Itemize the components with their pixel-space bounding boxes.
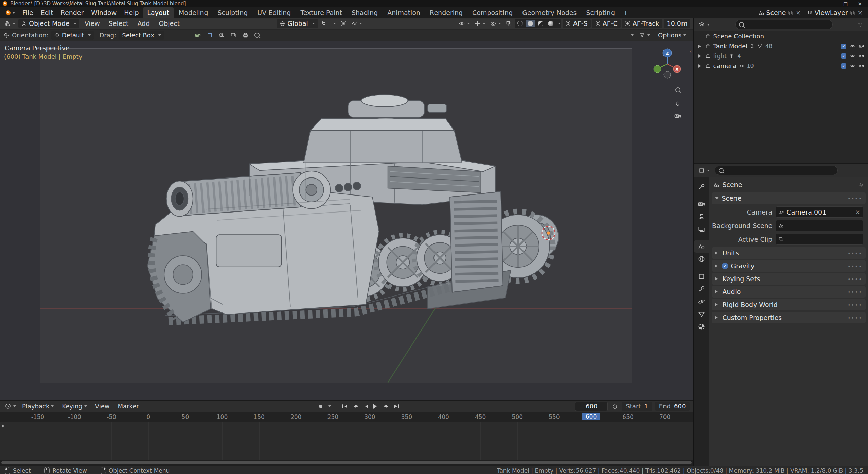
ruler-tick[interactable]: 0 — [146, 413, 150, 420]
properties-tab-view-layer[interactable] — [694, 223, 709, 235]
workspace-tab-shading[interactable]: Shading — [347, 7, 383, 18]
menu-keying[interactable]: Keying — [58, 403, 90, 410]
menu-file[interactable]: File — [19, 7, 37, 18]
view-layer-selector[interactable]: ViewLayer — [815, 9, 848, 16]
panel-grip[interactable]: ∙∙∙∙ — [848, 263, 862, 269]
3d-viewport[interactable]: Camera Perspective (600) Tank Model | Em… — [0, 41, 693, 401]
properties-tab-material[interactable] — [694, 320, 709, 333]
stereoscopy-toggle[interactable] — [229, 31, 238, 40]
ruler-tick[interactable]: -100 — [68, 413, 81, 420]
menu-window[interactable]: Window — [87, 7, 120, 18]
af-s-button[interactable]: AF-S — [563, 19, 591, 28]
next-keyframe-button[interactable] — [382, 402, 392, 410]
previous-frame-button[interactable] — [361, 402, 371, 410]
outliner-search-input[interactable] — [747, 20, 829, 29]
viewport-pan-button[interactable] — [673, 99, 682, 107]
proportional-editing-toggle[interactable] — [339, 19, 348, 28]
timeline-scrollbar[interactable] — [0, 460, 693, 466]
playhead[interactable] — [591, 421, 591, 460]
menu-render[interactable]: Render — [57, 7, 88, 18]
tool-settings-dropdown[interactable] — [627, 31, 635, 40]
outliner-row-tank-model[interactable]: Tank Model 48 ✓ — [694, 41, 868, 51]
properties-tab-physics[interactable] — [694, 295, 709, 308]
properties-tab-scene[interactable] — [694, 240, 709, 253]
eye-icon[interactable] — [850, 63, 855, 68]
menu-timeline-view[interactable]: View — [91, 403, 113, 410]
minimize-button[interactable]: — — [828, 1, 833, 6]
mode-dropdown[interactable]: Object Mode — [18, 19, 79, 28]
panel-header-rigid-body-world[interactable]: Rigid Body World ∙∙∙∙ — [712, 299, 866, 310]
unlink-scene-button[interactable]: × — [795, 9, 801, 16]
show-gizmo-toggle[interactable] — [473, 19, 487, 28]
scrollbar-thumb[interactable] — [1, 461, 692, 464]
clear-camera-button[interactable]: × — [855, 209, 860, 216]
outliner-editor-type-button[interactable] — [697, 20, 711, 29]
viewport-zoom-button[interactable] — [673, 86, 682, 95]
orientation-dropdown[interactable]: Default — [51, 31, 94, 40]
ruler-tick[interactable]: 450 — [475, 413, 486, 420]
camera-visibility-icon[interactable] — [859, 44, 864, 49]
timeline-body[interactable]: -150-100-5005010015020025030035040045050… — [0, 412, 693, 460]
ruler-tick[interactable]: 250 — [327, 413, 338, 420]
properties-tab-output[interactable] — [694, 210, 709, 223]
xray-toggle[interactable] — [504, 19, 513, 28]
previous-keyframe-button[interactable] — [350, 402, 360, 410]
expand-icon[interactable] — [698, 64, 703, 68]
shading-rendered-button[interactable] — [546, 20, 556, 27]
eye-icon[interactable] — [850, 44, 855, 49]
outliner-filter-button[interactable] — [856, 20, 865, 29]
channel-expand-arrow[interactable] — [2, 424, 6, 428]
properties-tab-render[interactable] — [694, 198, 709, 210]
ruler-tick[interactable]: -150 — [31, 413, 45, 420]
maximize-button[interactable]: □ — [843, 1, 848, 6]
properties-search-box[interactable] — [715, 166, 838, 175]
use-preview-range-button[interactable] — [610, 402, 620, 410]
camera-visibility-icon[interactable] — [859, 53, 864, 58]
snap-toggle[interactable] — [319, 19, 329, 28]
ruler-tick[interactable]: 500 — [512, 413, 523, 420]
workspace-tab-compositing[interactable]: Compositing — [467, 7, 517, 18]
ruler-tick[interactable]: 100 — [217, 413, 228, 420]
sidebar-toggle-arrow[interactable]: ‹ — [689, 48, 692, 55]
active-clip-field[interactable] — [776, 234, 863, 245]
drag-dropdown[interactable]: Select Box — [119, 31, 164, 40]
move-tool-icon[interactable] — [3, 32, 9, 38]
properties-tab-object[interactable] — [694, 270, 709, 283]
pin-icon[interactable] — [858, 182, 864, 188]
af-track-button[interactable]: AF-Track — [622, 19, 662, 28]
transform-orientation-dropdown[interactable]: Global — [277, 19, 318, 28]
properties-tab-tool[interactable] — [694, 180, 709, 193]
panel-grip[interactable]: ∙∙∙∙ — [848, 302, 862, 307]
camera-visibility-icon[interactable] — [859, 63, 864, 68]
panel-grip[interactable]: ∙∙∙∙ — [848, 289, 862, 294]
properties-editor-type-button[interactable] — [697, 166, 711, 175]
composition-guides-toggle[interactable] — [205, 31, 214, 40]
properties-tab-world[interactable] — [694, 253, 709, 265]
menu-add[interactable]: Add — [134, 20, 154, 27]
filter-dropdown[interactable] — [638, 31, 652, 40]
checkbox-icon[interactable]: ✓ — [841, 44, 846, 49]
add-workspace-button[interactable]: + — [620, 7, 632, 18]
outliner-search-box[interactable] — [735, 20, 833, 29]
panel-header-keying-sets[interactable]: Keying Sets ∙∙∙∙ — [712, 273, 866, 285]
snap-settings-dropdown[interactable] — [330, 19, 338, 28]
ruler-tick[interactable]: -50 — [107, 413, 116, 420]
properties-search-input[interactable] — [726, 166, 834, 174]
camera-passepartout-toggle[interactable] — [193, 31, 202, 40]
workspace-tab-layout[interactable]: Layout — [143, 7, 174, 18]
ruler-tick[interactable]: 350 — [401, 413, 412, 420]
gizmo-y-axis[interactable] — [654, 65, 661, 73]
close-button[interactable]: × — [858, 1, 862, 6]
menu-marker[interactable]: Marker — [114, 403, 143, 410]
ruler-tick[interactable]: 200 — [290, 413, 301, 420]
show-overlays-toggle[interactable] — [489, 19, 503, 28]
remove-view-layer-button[interactable]: × — [857, 9, 863, 16]
menu-help[interactable]: Help — [120, 7, 142, 18]
viewport-camera-view-button[interactable] — [673, 112, 682, 120]
current-frame-badge[interactable]: 600 — [582, 413, 600, 420]
blender-menu-button[interactable] — [2, 7, 19, 18]
panel-grip[interactable]: ∙∙∙∙ — [848, 250, 862, 256]
shading-solid-button[interactable] — [526, 20, 535, 27]
ruler-tick[interactable]: 550 — [549, 413, 560, 420]
ruler-tick[interactable]: 300 — [364, 413, 375, 420]
